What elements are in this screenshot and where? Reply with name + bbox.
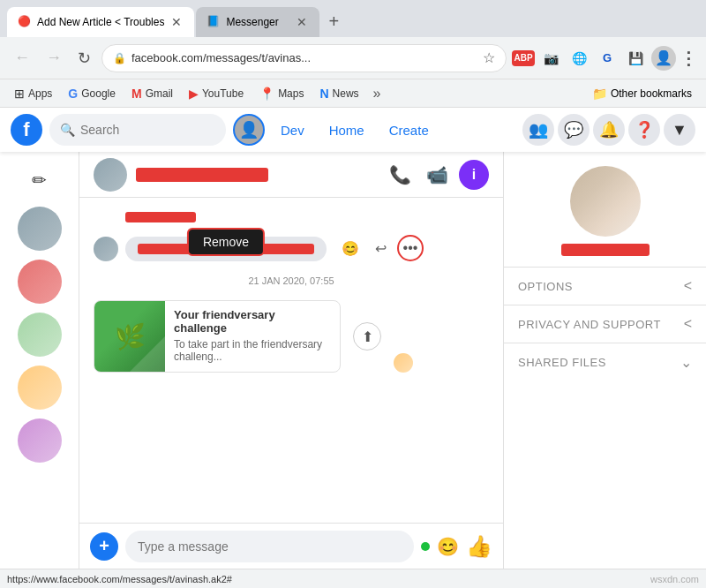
- video-call-button[interactable]: 📹: [422, 160, 452, 190]
- fb-nav-home[interactable]: Home: [320, 123, 373, 138]
- contact-2-avatar[interactable]: [18, 260, 62, 304]
- message-group-1: [125, 212, 489, 224]
- right-panel-name: [518, 244, 692, 256]
- maps-icon: 📍: [259, 87, 274, 101]
- friendversary-row: 🌿 Your friendversary challenge To take p…: [94, 300, 489, 373]
- tab-close-1[interactable]: ✕: [169, 13, 184, 31]
- fb-friends-icon[interactable]: 👥: [522, 114, 554, 146]
- message-timestamp: 21 JAN 2020, 07:55: [94, 275, 489, 286]
- bookmark-apps-label: Apps: [28, 87, 52, 100]
- friendversary-text: Your friendversary challenge To take par…: [165, 301, 340, 372]
- profile-avatar[interactable]: 👤: [651, 46, 676, 71]
- phone-call-button[interactable]: 📞: [385, 160, 415, 190]
- bookmark-google[interactable]: G Google: [61, 84, 123, 103]
- bookmark-news-label: News: [333, 87, 359, 100]
- new-tab-button[interactable]: +: [321, 8, 346, 35]
- tab-favicon-2: 📘: [207, 15, 221, 29]
- bookmark-google-label: Google: [81, 87, 116, 100]
- tab-bar: 🔴 Add New Article < Troubles ✕ 📘 Messeng…: [0, 0, 706, 37]
- address-bar-input[interactable]: 🔒 facebook.com/messages/t/avinas... ☆: [101, 44, 507, 72]
- camera-icon[interactable]: 📷: [538, 46, 563, 71]
- friendversary-card[interactable]: 🌿 Your friendversary challenge To take p…: [94, 300, 341, 373]
- translate-icon[interactable]: 🌐: [567, 46, 591, 71]
- contact-3-avatar[interactable]: [18, 313, 62, 357]
- chat-area: 📞 📹 i: [79, 152, 503, 569]
- more-actions-button[interactable]: •••: [397, 235, 424, 261]
- shared-files-chevron: ⌄: [680, 354, 692, 371]
- news-icon: N: [319, 87, 328, 101]
- emoji-button[interactable]: 😊: [437, 536, 459, 557]
- bookmark-maps-label: Maps: [278, 87, 304, 100]
- fb-nav-dev[interactable]: Dev: [272, 123, 313, 138]
- fb-messenger-icon[interactable]: 💬: [558, 114, 590, 146]
- fb-notifications-icon[interactable]: 🔔: [593, 114, 625, 146]
- message-actions: 😊 ↩ •••: [337, 235, 424, 261]
- other-bookmarks[interactable]: 📁 Other bookmarks: [585, 84, 699, 103]
- browser-frame: 🔴 Add New Article < Troubles ✕ 📘 Messeng…: [0, 0, 706, 588]
- contact-name-right-panel: [561, 244, 650, 256]
- options-section[interactable]: OPTIONS <: [504, 267, 706, 305]
- options-chevron: <: [684, 278, 692, 294]
- fb-search-box[interactable]: 🔍: [49, 114, 226, 146]
- chat-header-avatar: [94, 158, 127, 192]
- tab-close-2[interactable]: ✕: [295, 13, 309, 31]
- bookmark-maps[interactable]: 📍 Maps: [252, 84, 311, 103]
- grammarly-icon[interactable]: G: [595, 46, 620, 71]
- message-input[interactable]: [125, 531, 414, 562]
- message-sender-avatar: [94, 237, 118, 261]
- forward-button[interactable]: →: [41, 45, 67, 71]
- reply-button[interactable]: ↩: [367, 235, 394, 261]
- bookmarks-more-button[interactable]: »: [370, 84, 385, 103]
- friendversary-image: 🌿: [94, 301, 165, 372]
- contact-profile-image: [570, 166, 641, 237]
- fb-nav-avatar[interactable]: 👤: [233, 114, 265, 146]
- fb-account-menu[interactable]: ▼: [664, 114, 695, 146]
- bookmark-apps[interactable]: ⊞ Apps: [7, 84, 59, 103]
- lock-icon: 🔒: [113, 52, 126, 64]
- tab-inactive[interactable]: 📘 Messenger ✕: [196, 7, 319, 37]
- info-button[interactable]: i: [459, 160, 489, 190]
- fb-logo: f: [11, 114, 42, 146]
- friendversary-content: 🌿 Your friendversary challenge To take p…: [94, 300, 489, 373]
- message-bubble: Remove: [125, 237, 327, 261]
- contact-1-avatar[interactable]: [18, 207, 62, 251]
- like-button[interactable]: 👍: [466, 534, 492, 559]
- browser-more-button[interactable]: ⋮: [680, 48, 697, 69]
- contact-5-avatar[interactable]: [18, 418, 62, 463]
- bookmark-news[interactable]: N News: [312, 84, 365, 103]
- add-attachment-button[interactable]: +: [90, 532, 118, 561]
- online-indicator: [421, 542, 430, 551]
- chat-input-bar: + 😊 👍: [79, 523, 503, 569]
- fb-search-icon: 🔍: [60, 123, 75, 137]
- back-button[interactable]: ←: [9, 45, 35, 71]
- bookmark-youtube[interactable]: ▶ YouTube: [182, 84, 251, 103]
- right-panel-avatar: [570, 166, 641, 237]
- tab-favicon-1: 🔴: [18, 15, 32, 29]
- messenger-sidebar: ✏: [0, 152, 79, 569]
- bookmark-gmail[interactable]: M Gmail: [124, 84, 180, 103]
- tab-title-2: Messenger: [226, 16, 289, 28]
- other-bookmarks-label: Other bookmarks: [611, 87, 692, 100]
- youtube-icon: ▶: [189, 87, 199, 101]
- share-button[interactable]: ⬆: [353, 322, 381, 351]
- shared-files-section[interactable]: SHARED FILES ⌄: [504, 343, 706, 381]
- remove-tooltip[interactable]: Remove: [187, 228, 265, 256]
- chat-header: 📞 📹 i: [79, 152, 503, 198]
- fb-search-input[interactable]: [80, 123, 204, 137]
- compose-button[interactable]: ✏: [22, 162, 57, 198]
- friendversary-description: To take part in the friendversary challe…: [174, 338, 331, 363]
- tab-active[interactable]: 🔴 Add New Article < Troubles ✕: [7, 7, 194, 37]
- reload-button[interactable]: ↻: [72, 45, 96, 72]
- privacy-label: PRIVACY AND SUPPORT: [518, 318, 661, 331]
- contact-4-avatar[interactable]: [18, 366, 62, 410]
- contact-name-redacted: [136, 168, 268, 182]
- messenger-layout: ✏ 📞 📹 i: [0, 152, 706, 569]
- bookmark-star-button[interactable]: ☆: [483, 49, 495, 66]
- save-icon[interactable]: 💾: [623, 46, 648, 71]
- fb-help-icon[interactable]: ❓: [628, 114, 660, 146]
- react-button[interactable]: 😊: [337, 235, 364, 261]
- fb-nav-icons: 👥 💬 🔔 ❓ ▼: [522, 114, 695, 146]
- fb-nav-create[interactable]: Create: [380, 123, 438, 138]
- privacy-section[interactable]: PRIVACY AND SUPPORT <: [504, 305, 706, 343]
- adblock-icon[interactable]: ABP: [512, 50, 535, 66]
